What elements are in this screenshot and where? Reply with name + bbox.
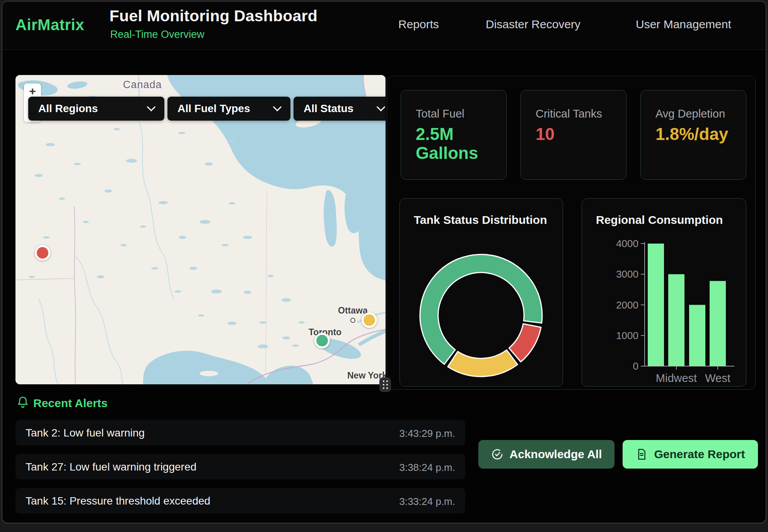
regional-consumption-chart-card: Regional Consumption 01000200030004000Mi… — [582, 198, 746, 387]
generate-report-button[interactable]: Generate Report — [623, 440, 758, 469]
y-axis-tick: 1000 — [616, 330, 638, 341]
stat-value: 1.8%/day — [655, 124, 735, 143]
status-filter-dropdown[interactable]: All Status — [294, 97, 386, 121]
chart-title: Regional Consumption — [596, 213, 723, 227]
stat-label: Avg Depletion — [655, 107, 725, 120]
bar-region-1 — [648, 244, 664, 366]
nav-reports[interactable]: Reports — [398, 18, 439, 31]
stat-label: Critical Tanks — [536, 107, 602, 120]
stat-value: 2.5M Gallons — [416, 124, 495, 163]
acknowledge-all-button[interactable]: Acknowledge All — [478, 440, 614, 469]
fuel-type-filter-value: All Fuel Types — [177, 102, 265, 115]
tank-status-chart-card: Tank Status Distribution — [399, 198, 563, 387]
map-marker-critical[interactable] — [35, 245, 50, 261]
stat-card-total-fuel: Total Fuel 2.5M Gallons — [401, 90, 507, 180]
metrics-panel: Total Fuel 2.5M Gallons Critical Tanks 1… — [387, 76, 756, 390]
alert-message: Tank 2: Low fuel warning — [26, 427, 145, 439]
map-marker-normal[interactable] — [314, 333, 330, 348]
fuel-type-filter-dropdown[interactable]: All Fuel Types — [167, 97, 290, 121]
map-marker-warning[interactable] — [362, 312, 377, 328]
x-axis-label: Midwest — [656, 372, 697, 384]
alert-timestamp: 3:33:24 p.m. — [399, 496, 455, 508]
y-axis-tick: 2000 — [616, 299, 638, 311]
y-axis-tick: 3000 — [616, 268, 638, 280]
alert-message: Tank 15: Pressure threshold exceeded — [26, 495, 210, 507]
alert-message: Tank 27: Low fuel warning triggered — [26, 461, 196, 473]
map-canvas — [15, 75, 386, 384]
y-axis-tick: 4000 — [616, 238, 638, 249]
page-subtitle: Real-Time Overview — [110, 29, 205, 41]
stat-card-critical-tanks: Critical Tanks 10 — [521, 90, 626, 180]
check-circle-icon — [491, 448, 503, 460]
chevron-down-icon — [377, 102, 386, 111]
bell-icon — [16, 395, 29, 409]
document-icon — [635, 448, 648, 460]
stat-label: Total Fuel — [416, 107, 464, 120]
donut-chart — [400, 199, 563, 386]
x-axis-label: West — [705, 372, 730, 384]
alert-timestamp: 3:43:29 p.m. — [399, 428, 455, 440]
page-title: Fuel Monitoring Dashboard — [109, 7, 317, 25]
donut-segment-critical — [509, 324, 541, 362]
status-filter-value: All Status — [304, 102, 369, 115]
stat-card-avg-depletion: Avg Depletion 1.8%/day — [640, 90, 746, 180]
screen: AirMatrix Fuel Monitoring Dashboard Real… — [0, 0, 768, 532]
bar-region-3 — [689, 305, 705, 367]
chevron-down-icon — [273, 102, 282, 111]
y-axis-tick: 0 — [633, 360, 638, 372]
alerts-title: Recent Alerts — [33, 397, 108, 410]
generate-report-label: Generate Report — [654, 448, 745, 461]
donut-segment-warning — [448, 350, 517, 377]
acknowledge-all-label: Acknowledge All — [510, 448, 602, 461]
brand-logo: AirMatrix — [15, 16, 84, 34]
chart-title: Tank Status Distribution — [414, 213, 547, 227]
chevron-down-icon — [147, 102, 156, 111]
alert-row[interactable]: Tank 15: Pressure threshold exceeded 3:3… — [15, 488, 465, 513]
region-filter-value: All Regions — [38, 102, 139, 115]
map-panel[interactable]: CanadaOttawaTorontoNew York + − All Regi… — [15, 75, 386, 384]
map-filter-bar: All Regions All Fuel Types All Status — [28, 97, 386, 121]
dashboard-app: AirMatrix Fuel Monitoring Dashboard Real… — [2, 1, 766, 523]
header: AirMatrix Fuel Monitoring Dashboard Real… — [2, 2, 766, 50]
nav-disaster-recovery[interactable]: Disaster Recovery — [486, 18, 580, 31]
bar-chart: 01000200030004000MidwestWest — [582, 199, 746, 386]
bar-Midwest — [668, 274, 684, 366]
region-filter-dropdown[interactable]: All Regions — [28, 97, 164, 121]
alert-timestamp: 3:38:24 p.m. — [399, 462, 455, 474]
stat-value: 10 — [536, 124, 615, 143]
alert-row[interactable]: Tank 2: Low fuel warning 3:43:29 p.m. — [15, 420, 465, 445]
nav-user-management[interactable]: User Management — [636, 18, 731, 31]
resize-grip[interactable] — [379, 377, 391, 392]
bar-West — [710, 281, 726, 366]
alert-row[interactable]: Tank 27: Low fuel warning triggered 3:38… — [15, 454, 465, 479]
